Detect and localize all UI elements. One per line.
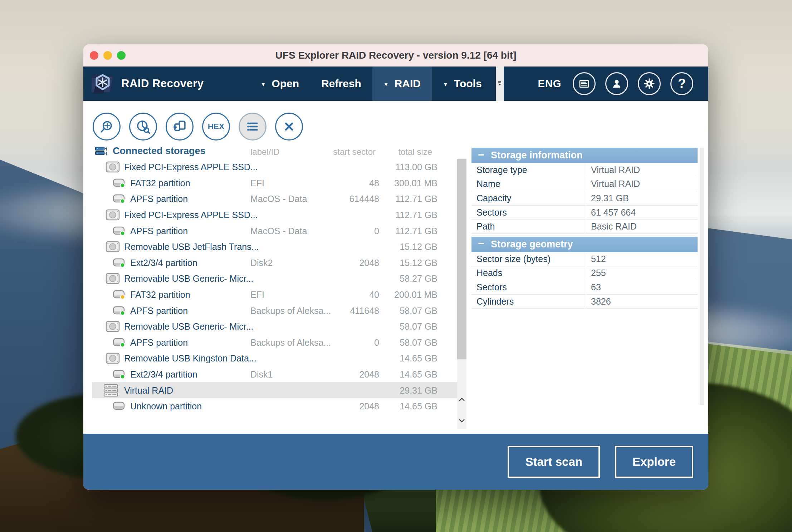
storage-label: Backups of Aleksa... xyxy=(250,337,331,348)
property-value: 61 457 664 xyxy=(586,206,698,220)
column-header-total-size[interactable]: total size xyxy=(398,147,432,157)
menu-item-raid[interactable]: ▼RAID xyxy=(372,66,432,101)
tree-row[interactable]: Virtual RAID29.31 GB xyxy=(92,382,457,398)
property-value: Virtual RAID xyxy=(586,163,698,177)
property-row: Sector size (bytes)512 xyxy=(471,252,698,266)
total-size-value: 112.71 GB xyxy=(395,210,437,220)
total-size-value: 14.65 GB xyxy=(400,401,437,412)
storage-name: Ext2/3/4 partition xyxy=(130,257,197,268)
tree-row[interactable]: APFS partitionMacOS - Data0112.71 GB xyxy=(92,223,457,239)
disk-image-icon[interactable] xyxy=(166,113,194,141)
menu-item-label: Refresh xyxy=(321,78,361,90)
close-icon[interactable] xyxy=(275,113,303,141)
close-window-button[interactable] xyxy=(90,51,98,60)
storage-label: Backups of Aleksa... xyxy=(250,305,331,316)
menu-item-refresh[interactable]: Refresh xyxy=(310,66,372,101)
tree-row[interactable]: APFS partitionBackups of Aleksa...411648… xyxy=(92,302,457,319)
storage-label: EFI xyxy=(250,290,264,300)
scrollbar-thumb[interactable] xyxy=(457,159,466,359)
scroll-up-icon[interactable] xyxy=(457,392,466,407)
storage-name: Unknown partition xyxy=(130,401,202,412)
window-title: UFS Explorer RAID Recovery - version 9.1… xyxy=(275,50,517,61)
list-view-icon[interactable] xyxy=(239,113,267,141)
partition-icon xyxy=(113,226,126,236)
total-size-value: 15.12 GB xyxy=(400,257,437,268)
news-card-icon[interactable] xyxy=(573,72,596,95)
property-label: Sectors xyxy=(471,280,586,294)
property-label: Name xyxy=(471,177,586,191)
property-label: Sector size (bytes) xyxy=(471,252,586,266)
start-scan-button[interactable]: Start scan xyxy=(508,446,600,478)
property-label: Capacity xyxy=(471,191,586,205)
start-sector-value: 614448 xyxy=(349,194,379,204)
tree-row[interactable]: Removable USB Generic- Micr...58.27 GB xyxy=(92,271,457,287)
raid-icon xyxy=(103,384,118,397)
property-row: Capacity29.31 GB xyxy=(471,191,698,206)
hex-label: HEX xyxy=(208,122,225,131)
total-size-value: 113.00 GB xyxy=(395,162,437,172)
tree-row[interactable]: Removable USB Kingston Data...14.65 GB xyxy=(92,350,457,366)
start-sector-value: 40 xyxy=(369,290,379,300)
tree-scrollbar[interactable] xyxy=(457,159,466,429)
panel-title: Storage geometry xyxy=(491,239,573,250)
partition-icon xyxy=(113,337,126,348)
storage-name: Fixed PCI-Express APPLE SSD... xyxy=(124,162,258,172)
explore-button[interactable]: Explore xyxy=(615,446,693,478)
tree-row[interactable]: Removable USB JetFlash Trans...15.12 GB xyxy=(92,239,457,255)
partition-icon xyxy=(113,193,126,204)
total-size-value: 58.07 GB xyxy=(400,337,437,348)
settings-gear-icon[interactable] xyxy=(638,72,661,95)
tree-row[interactable]: Unknown partition204814.65 GB xyxy=(92,398,457,414)
tree-row[interactable]: Ext2/3/4 partitionDisk2204815.12 GB xyxy=(92,255,457,271)
partition-icon xyxy=(113,257,126,268)
panel-scrollbar[interactable] xyxy=(700,148,704,405)
main-menu: ▼OpenRefresh▼RAID▼Tools xyxy=(249,66,493,101)
tree-row[interactable]: Removable USB Generic- Micr...58.07 GB xyxy=(92,319,457,335)
app-window: UFS Explorer RAID Recovery - version 9.1… xyxy=(83,44,708,490)
property-row: Cylinders3826 xyxy=(471,295,698,309)
minimize-window-button[interactable] xyxy=(103,51,112,60)
tree-row[interactable]: APFS partitionMacOS - Data614448112.71 G… xyxy=(92,191,457,207)
analysis-pie-icon[interactable] xyxy=(129,113,157,141)
tree-row[interactable]: Fixed PCI-Express APPLE SSD...112.71 GB xyxy=(92,207,457,223)
overflow-icon xyxy=(497,81,502,87)
column-header-start-sector[interactable]: start sector xyxy=(333,147,376,157)
tree-row[interactable]: FAT32 partitionEFI40200.01 MB xyxy=(92,287,457,303)
collapse-icon[interactable]: − xyxy=(476,149,486,160)
start-sector-value: 2048 xyxy=(359,401,379,412)
menu-item-tools[interactable]: ▼Tools xyxy=(432,66,493,101)
property-row: Sectors63 xyxy=(471,280,698,295)
storage-label: MacOS - Data xyxy=(250,226,307,236)
total-size-value: 112.71 GB xyxy=(395,194,437,204)
zoom-window-button[interactable] xyxy=(117,51,126,60)
storage-tree-title: Connected storages xyxy=(113,146,206,157)
property-row: PathBasic RAID xyxy=(471,220,698,234)
menu-item-open[interactable]: ▼Open xyxy=(249,66,310,101)
menu-item-label: RAID xyxy=(395,78,421,90)
total-size-value: 58.07 GB xyxy=(400,305,437,316)
storage-name: FAT32 partition xyxy=(130,178,190,188)
dropdown-caret-icon: ▼ xyxy=(443,82,448,87)
scan-search-icon[interactable] xyxy=(93,113,121,141)
tree-row[interactable]: FAT32 partitionEFI48300.01 MB xyxy=(92,175,457,191)
user-icon[interactable] xyxy=(605,72,628,95)
menu-overflow-handle[interactable] xyxy=(496,66,504,101)
help-icon[interactable]: ? xyxy=(670,72,693,95)
tree-row[interactable]: APFS partitionBackups of Aleksa...058.07… xyxy=(92,335,457,351)
collapse-icon[interactable]: − xyxy=(476,238,486,249)
scroll-down-icon[interactable] xyxy=(457,414,466,428)
tree-row[interactable]: Fixed PCI-Express APPLE SSD...113.00 GB xyxy=(92,159,457,175)
connected-storages-icon xyxy=(95,146,108,157)
storage-tree: Fixed PCI-Express APPLE SSD...113.00 GBF… xyxy=(92,159,457,414)
column-header-label-id[interactable]: label/ID xyxy=(250,147,279,157)
tree-row[interactable]: Ext2/3/4 partitionDisk1204814.65 GB xyxy=(92,366,457,383)
menu-item-label: Open xyxy=(272,78,299,90)
hex-viewer-icon[interactable]: HEX xyxy=(202,113,230,141)
panel-header[interactable]: −Storage geometry xyxy=(471,237,698,252)
language-selector[interactable]: ENG xyxy=(538,78,562,90)
property-label: Storage type xyxy=(471,163,586,177)
total-size-value: 14.65 GB xyxy=(400,369,437,380)
panel-header[interactable]: −Storage information xyxy=(471,148,698,163)
storage-name: Removable USB Generic- Micr... xyxy=(124,274,253,284)
storage-name: APFS partition xyxy=(130,337,188,348)
